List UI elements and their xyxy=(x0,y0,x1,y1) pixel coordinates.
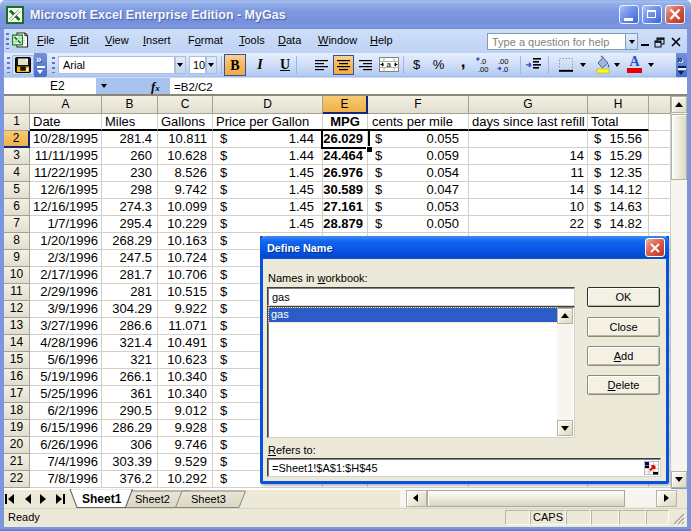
svg-text:.00: .00 xyxy=(478,65,488,73)
svg-text:Sheet1: Sheet1 xyxy=(82,492,122,506)
svg-text:Sheet3: Sheet3 xyxy=(191,493,226,505)
svg-text:a: a xyxy=(387,60,392,69)
svg-text:Sheet2: Sheet2 xyxy=(135,493,170,505)
svg-text:.0: .0 xyxy=(502,65,508,73)
